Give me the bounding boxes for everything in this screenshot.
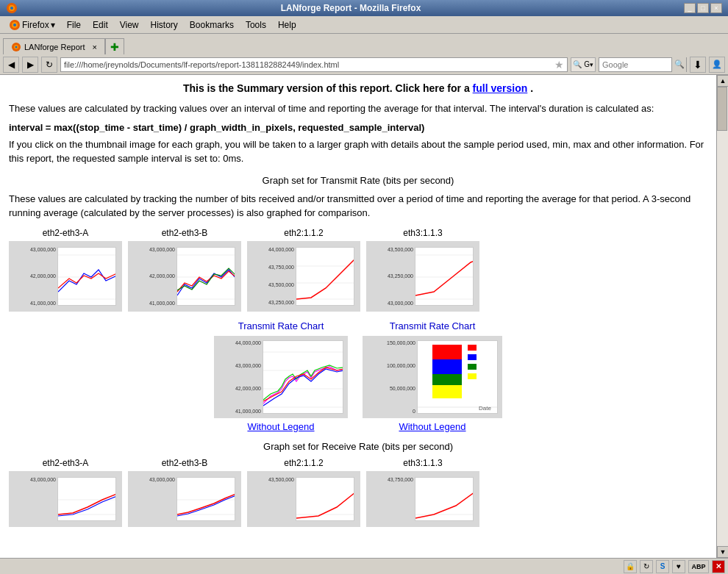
scroll-thumb[interactable]	[717, 87, 727, 131]
description-text-2: If you click on the thumbnail image for …	[9, 137, 707, 166]
scroll-track[interactable]	[717, 87, 728, 546]
thumbnail-label-3: eth3:1.1.3	[403, 228, 442, 238]
scroll-down-button[interactable]: ▼	[717, 546, 728, 558]
svg-rect-25	[432, 345, 462, 359]
without-legend-link-0[interactable]: Without Legend	[247, 421, 314, 432]
search-submit-button[interactable]: 🔍	[671, 57, 686, 72]
close-button[interactable]: ×	[710, 3, 722, 13]
tab-bar: LANforge Report × ✚	[0, 34, 728, 54]
forward-button[interactable]: ▶	[22, 57, 38, 73]
refresh-icon[interactable]: ↻	[640, 560, 653, 573]
download-button[interactable]: ⬇	[690, 57, 706, 73]
large-charts-row: Transmit Rate Chart 44,000,000 43,000,00…	[9, 320, 707, 432]
title-bar: LANforge Report - Mozilla Firefox _ □ ×	[0, 0, 728, 16]
receive-graph-title: Graph set for Receive Rate (bits per sec…	[9, 441, 707, 452]
menu-history[interactable]: History	[145, 18, 184, 32]
thumbnail-receive-label-1: eth2-eth3-B	[162, 458, 208, 468]
back-button[interactable]: ◀	[3, 57, 19, 73]
thumbnail-receive-box-0[interactable]: 43,000,000	[9, 471, 122, 527]
svg-rect-30	[468, 345, 477, 351]
svg-rect-31	[468, 354, 477, 360]
full-version-link[interactable]: full version	[473, 82, 528, 94]
thumbnail-receive-box-3[interactable]: 43,750,000	[366, 471, 479, 527]
svg-rect-33	[468, 373, 477, 379]
tab-close-icon[interactable]: ×	[93, 43, 97, 51]
search-box: 🔍	[599, 57, 687, 72]
menu-help[interactable]: Help	[272, 18, 302, 32]
thumbnail-box-2[interactable]: 44,000,000 43,750,000 43,500,000 43,250,…	[247, 241, 360, 312]
thumbnail-receive-eth2-eth3-b: eth2-eth3-B 43,000,000	[128, 458, 241, 527]
thumbnail-receive-label-2: eth2:1.1.2	[284, 458, 323, 468]
main-wrapper: This is the Summary version of this repo…	[0, 75, 728, 558]
large-chart-box-1[interactable]: 150,000,000 100,000,000 50,000,000 0	[363, 336, 502, 418]
bookmark-star-icon[interactable]: ★	[554, 59, 564, 71]
thumbnail-label-0: eth2-eth3-A	[43, 228, 89, 238]
large-chart-title-0: Transmit Rate Chart	[238, 320, 324, 331]
maximize-button[interactable]: □	[697, 3, 709, 13]
reload-button[interactable]: ↻	[41, 57, 57, 73]
thumbnail-receive-box-1[interactable]: 43,000,000	[128, 471, 241, 527]
thumbnail-label-2: eth2:1.1.2	[284, 228, 323, 238]
window-title: LANforge Report - Mozilla Firefox	[18, 3, 684, 13]
lock-icon[interactable]: 🔒	[624, 560, 637, 573]
thumbnail-receive-eth3-1-1-3: eth3:1.1.3 43,750,000	[366, 458, 479, 527]
thumbnail-label-1: eth2-eth3-B	[162, 228, 208, 238]
svg-point-8	[15, 46, 18, 48]
search-engine-selector[interactable]: 🔍 G ▾	[571, 57, 596, 72]
thumbnail-receive-box-2[interactable]: 43,500,000	[247, 471, 360, 527]
thumbnail-eth2-eth3-a: eth2-eth3-A 43,000,000 42,000,000 41,000…	[9, 228, 122, 312]
person-button[interactable]: 👤	[709, 57, 725, 73]
status-bar: 🔒 ↻ S ♥ ABP ✕	[0, 558, 728, 574]
without-legend-link-1[interactable]: Without Legend	[399, 421, 465, 432]
close-extension-icon[interactable]: ✕	[712, 560, 725, 573]
thumbnail-eth2-eth3-b: eth2-eth3-B 43,000,000 42,000,000 41,000…	[128, 228, 241, 312]
sync-icon[interactable]: S	[656, 560, 669, 573]
transmit-thumbnails-row: eth2-eth3-A 43,000,000 42,000,000 41,000…	[9, 228, 707, 312]
menu-tools[interactable]: Tools	[240, 18, 272, 32]
large-chart-transmit-bar: Transmit Rate Chart 150,000,000 100,000,…	[363, 320, 502, 432]
vertical-scrollbar: ▲ ▼	[716, 75, 728, 558]
address-input[interactable]: file:///home/jreynolds/Documents/lf-repo…	[60, 57, 568, 72]
tab-favicon	[11, 42, 21, 52]
thumbnail-eth3-1-1-3: eth3:1.1.3 43,500,000 43,250,000 43,000,…	[366, 228, 479, 312]
thumbnail-box-0[interactable]: 43,000,000 42,000,000 41,000,000	[9, 241, 122, 312]
large-chart-title-1: Transmit Rate Chart	[390, 320, 476, 331]
svg-rect-32	[468, 364, 477, 370]
heart-icon[interactable]: ♥	[672, 560, 685, 573]
svg-rect-27	[432, 374, 462, 385]
summary-title: This is the Summary version of this repo…	[9, 82, 707, 94]
svg-rect-26	[432, 359, 462, 374]
thumbnail-box-1[interactable]: 43,000,000 42,000,000 41,000,000	[128, 241, 241, 312]
thumbnail-receive-eth2-eth3-a: eth2-eth3-A 43,000,000	[9, 458, 122, 527]
adblock-icon[interactable]: ABP	[688, 560, 709, 573]
thumbnail-box-3[interactable]: 43,500,000 43,250,000 43,000,000	[366, 241, 479, 312]
transmit-graph-title: Graph set for Transmit Rate (bits per se…	[9, 175, 707, 186]
thumbnail-receive-label-3: eth3:1.1.3	[403, 458, 442, 468]
menu-view[interactable]: View	[114, 18, 145, 32]
thumbnail-eth2-1-1-2: eth2:1.1.2 44,000,000 43,750,000 43,500,…	[247, 228, 360, 312]
firefox-icon	[6, 2, 18, 14]
svg-point-2	[10, 7, 13, 10]
tab-lanforge-report[interactable]: LANforge Report ×	[3, 38, 105, 54]
transmit-description: These values are calculated by tracking …	[9, 192, 707, 220]
large-chart-transmit-line: Transmit Rate Chart 44,000,000 43,000,00…	[214, 320, 348, 432]
receive-thumbnails-row: eth2-eth3-A 43,000,000	[9, 458, 707, 527]
content-area: This is the Summary version of this repo…	[0, 75, 716, 558]
minimize-button[interactable]: _	[684, 3, 696, 13]
svg-point-5	[13, 24, 16, 26]
formula-line: interval = max((stop_time - start_time) …	[9, 122, 707, 133]
search-input[interactable]	[599, 60, 671, 69]
scroll-up-button[interactable]: ▲	[717, 75, 728, 87]
description-text-1: These values are calculated by tracking …	[9, 101, 707, 116]
menu-bookmarks[interactable]: Bookmarks	[184, 18, 240, 32]
svg-rect-28	[432, 385, 462, 398]
menu-file[interactable]: File	[61, 18, 87, 32]
address-bar: ◀ ▶ ↻ file:///home/jreynolds/Documents/l…	[0, 54, 728, 75]
large-chart-box-0[interactable]: 44,000,000 43,000,000 42,000,000 41,000,…	[214, 336, 348, 418]
menu-edit[interactable]: Edit	[87, 18, 114, 32]
menu-firefox[interactable]: Firefox ▾	[3, 18, 61, 32]
thumbnail-receive-eth2-1-1-2: eth2:1.1.2 43,500,000	[247, 458, 360, 527]
thumbnail-receive-label-0: eth2-eth3-A	[43, 458, 89, 468]
menu-bar: Firefox ▾ File Edit View History Bookmar…	[0, 16, 728, 34]
new-tab-button[interactable]: ✚	[105, 38, 124, 54]
